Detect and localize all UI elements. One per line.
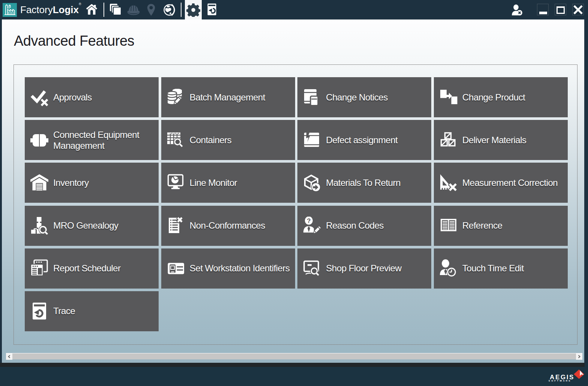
svg-text:?: ? [307, 217, 310, 224]
